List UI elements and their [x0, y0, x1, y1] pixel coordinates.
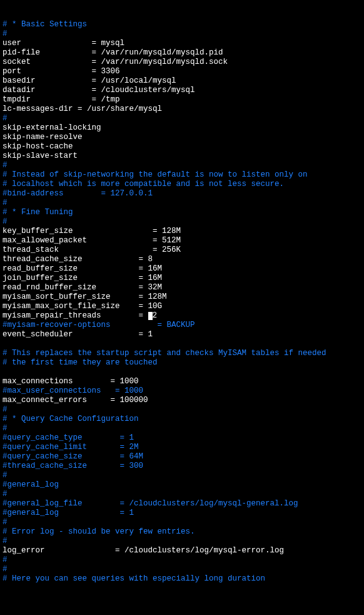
config-line: max_connections = 1000 — [3, 377, 139, 386]
config-line: port = 3306 — [3, 67, 120, 76]
config-line: # — [3, 537, 8, 545]
config-line: # — [3, 217, 8, 226]
config-line: # the first time they are touched — [3, 358, 158, 367]
cursor — [148, 312, 153, 320]
config-line: user = mysql — [3, 39, 124, 48]
config-line: # — [3, 199, 8, 207]
config-line: # — [3, 114, 8, 123]
config-line: #general_log — [3, 480, 59, 489]
config-line: # * Fine Tuning — [3, 208, 73, 217]
config-line: tmpdir = /tmp — [3, 95, 120, 104]
config-line: socket = /var/run/mysqld/mysqld.sock — [3, 58, 228, 66]
config-line: #query_cache_limit = 2M — [3, 443, 139, 452]
config-line: pid-file = /var/run/mysqld/mysqld.pid — [3, 48, 223, 57]
config-line: # — [3, 29, 8, 38]
config-line: skip-slave-start — [3, 152, 78, 160]
config-line: # — [3, 405, 8, 414]
config-line: basedir = /usr/local/mysql — [3, 76, 176, 85]
config-line: #bind-address = 127.0.0.1 — [3, 189, 153, 198]
config-line: log_error = /cloudclusters/log/mysql-err… — [3, 546, 284, 555]
config-line: datadir = /cloudclusters/mysql — [3, 86, 195, 95]
config-line: #thread_cache_size = 300 — [3, 462, 143, 470]
config-line: # — [3, 424, 8, 433]
terminal-editor[interactable]: # * Basic Settings # user = mysql pid-fi… — [3, 20, 364, 584]
config-line: #query_cache_size = 64M — [3, 452, 143, 461]
config-line: #max_user_connections = 1000 — [3, 386, 143, 395]
config-line: # — [3, 490, 8, 499]
config-line: # — [3, 565, 8, 574]
config-line: # — [3, 471, 8, 480]
config-line: read_buffer_size = 16M — [3, 264, 162, 273]
config-line: # Here you can see queries with especial… — [3, 574, 265, 583]
config-line: max_allowed_packet = 512M — [3, 236, 181, 245]
config-line: max_connect_errors = 100000 — [3, 396, 148, 405]
config-line: lc-messages-dir = /usr/share/mysql — [3, 105, 162, 113]
config-line: myisam_sort_buffer_size = 128M — [3, 292, 167, 301]
config-line: skip-name-resolve — [3, 133, 83, 142]
config-line: # * Basic Settings — [3, 20, 87, 29]
config-line: # — [3, 518, 8, 527]
config-line: #query_cache_type = 1 — [3, 433, 134, 442]
config-line: skip-external-locking — [3, 123, 101, 132]
config-line: thread_cache_size = 8 — [3, 255, 153, 264]
config-line: #myisam-recover-options = BACKUP — [3, 321, 195, 329]
config-line: thread_stack = 256K — [3, 245, 181, 254]
config-line: #general_log_file = /cloudclusters/log/m… — [3, 499, 298, 508]
config-line: # Instead of skip-networking the default… — [3, 170, 308, 179]
config-line: # — [3, 161, 8, 170]
config-line: # * Query Cache Configuration — [3, 415, 139, 423]
config-line: #general_log = 1 — [3, 509, 134, 517]
config-line: # This replaces the startup script and c… — [3, 349, 326, 358]
config-line: skip-host-cache — [3, 142, 73, 151]
config-line: read_rnd_buffer_size = 32M — [3, 283, 162, 292]
config-line: # localhost which is more compatible and… — [3, 180, 284, 189]
config-line: myisam_repair_threads = — [3, 311, 148, 320]
config-line: join_buffer_size = 16M — [3, 274, 162, 282]
config-line: key_buffer_size = 128M — [3, 227, 181, 235]
config-line: event_scheduler = 1 — [3, 330, 153, 339]
config-line: # — [3, 556, 8, 564]
config-line: myisam_max_sort_file_size = 10G — [3, 302, 162, 311]
config-line: # Error log - should be very few entries… — [3, 527, 195, 536]
